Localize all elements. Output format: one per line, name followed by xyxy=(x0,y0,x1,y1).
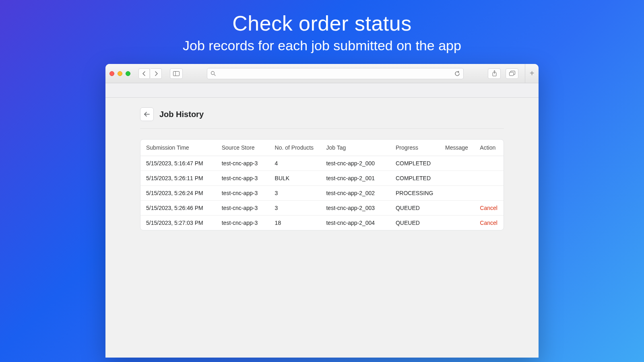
cell-submission-time: 5/15/2023, 5:26:46 PM xyxy=(140,201,216,216)
reload-icon[interactable] xyxy=(454,71,460,76)
cell-source-store: test-cnc-app-3 xyxy=(216,216,269,230)
cell-job-tag: test-cnc-app-2_003 xyxy=(320,201,390,216)
header-progress: Progress xyxy=(390,140,440,156)
share-icon xyxy=(492,70,497,76)
cell-submission-time: 5/15/2023, 5:16:47 PM xyxy=(140,156,216,171)
page-content: Job History Submission Time Source Store… xyxy=(105,98,539,358)
page-back-button[interactable] xyxy=(140,107,154,121)
cell-job-tag: test-cnc-app-2_000 xyxy=(320,156,390,171)
header-job-tag: Job Tag xyxy=(320,140,390,156)
table-row: 5/15/2023, 5:26:11 PMtest-cnc-app-3BULKt… xyxy=(140,171,504,186)
page-header: Job History xyxy=(140,107,504,129)
nav-forward-button[interactable] xyxy=(151,68,162,79)
cell-action xyxy=(474,156,504,171)
cell-source-store: test-cnc-app-3 xyxy=(216,186,269,201)
header-action: Action xyxy=(474,140,504,156)
cell-submission-time: 5/15/2023, 5:26:11 PM xyxy=(140,171,216,186)
cell-no-of-products: 18 xyxy=(269,216,321,230)
cell-message xyxy=(440,186,474,201)
cell-submission-time: 5/15/2023, 5:27:03 PM xyxy=(140,216,216,230)
header-source-store: Source Store xyxy=(216,140,269,156)
close-window-button[interactable] xyxy=(109,71,114,76)
cell-message xyxy=(440,171,474,186)
nav-back-button[interactable] xyxy=(138,68,150,79)
header-no-of-products: No. of Products xyxy=(269,140,321,156)
cell-progress: QUEUED xyxy=(390,201,440,216)
cell-progress: QUEUED xyxy=(390,216,440,230)
cell-no-of-products: 3 xyxy=(269,186,321,201)
arrow-left-icon xyxy=(144,111,150,117)
svg-rect-6 xyxy=(509,72,514,76)
browser-toolbar: + xyxy=(105,64,539,83)
cell-action: Cancel xyxy=(474,216,504,230)
tabs-button[interactable] xyxy=(506,68,518,79)
cell-message xyxy=(440,201,474,216)
chevron-right-icon xyxy=(154,71,158,76)
cell-job-tag: test-cnc-app-2_001 xyxy=(320,171,390,186)
job-history-table-card: Submission Time Source Store No. of Prod… xyxy=(140,139,504,230)
maximize-window-button[interactable] xyxy=(126,71,130,76)
table-header-row: Submission Time Source Store No. of Prod… xyxy=(140,140,504,156)
table-row: 5/15/2023, 5:26:24 PMtest-cnc-app-33test… xyxy=(140,186,504,201)
table-row: 5/15/2023, 5:27:03 PMtest-cnc-app-318tes… xyxy=(140,216,504,230)
hero-subtitle: Job records for each job submitted on th… xyxy=(183,38,461,53)
cell-job-tag: test-cnc-app-2_002 xyxy=(320,186,390,201)
cell-progress: PROCESSING xyxy=(390,186,440,201)
browser-window: + Job History Submission Time Source Sto… xyxy=(105,64,539,358)
share-button[interactable] xyxy=(488,68,501,79)
plus-icon: + xyxy=(530,69,535,78)
cell-submission-time: 5/15/2023, 5:26:24 PM xyxy=(140,186,216,201)
cell-message xyxy=(440,156,474,171)
cell-job-tag: test-cnc-app-2_004 xyxy=(320,216,390,230)
hero-title: Check order status xyxy=(183,11,461,35)
cell-progress: COMPLETED xyxy=(390,156,440,171)
search-icon xyxy=(211,71,216,76)
url-bar[interactable] xyxy=(207,68,464,79)
cell-action xyxy=(474,186,504,201)
cell-no-of-products: 3 xyxy=(269,201,321,216)
nav-buttons xyxy=(138,68,162,79)
cancel-link[interactable]: Cancel xyxy=(480,205,497,211)
hero-section: Check order status Job records for each … xyxy=(183,0,461,53)
cell-source-store: test-cnc-app-3 xyxy=(216,171,269,186)
toolbar-right: + xyxy=(488,64,535,83)
cancel-link[interactable]: Cancel xyxy=(480,220,497,226)
svg-rect-0 xyxy=(173,71,180,76)
chevron-left-icon xyxy=(142,71,146,76)
traffic-lights xyxy=(109,71,130,76)
header-submission-time: Submission Time xyxy=(140,140,216,156)
cell-source-store: test-cnc-app-3 xyxy=(216,156,269,171)
svg-line-3 xyxy=(214,74,216,76)
cell-no-of-products: BULK xyxy=(269,171,321,186)
table-row: 5/15/2023, 5:16:47 PMtest-cnc-app-34test… xyxy=(140,156,504,171)
tab-strip xyxy=(105,83,539,98)
cell-progress: COMPLETED xyxy=(390,171,440,186)
cell-no-of-products: 4 xyxy=(269,156,321,171)
cell-message xyxy=(440,216,474,230)
job-history-table: Submission Time Source Store No. of Prod… xyxy=(140,140,504,230)
sidebar-toggle-button[interactable] xyxy=(170,68,183,79)
url-input[interactable] xyxy=(219,70,451,76)
tabs-icon xyxy=(509,71,515,76)
minimize-window-button[interactable] xyxy=(118,71,122,76)
header-message: Message xyxy=(440,140,474,156)
table-row: 5/15/2023, 5:26:46 PMtest-cnc-app-33test… xyxy=(140,201,504,216)
page-title: Job History xyxy=(159,110,204,119)
cell-action: Cancel xyxy=(474,201,504,216)
cell-action xyxy=(474,171,504,186)
new-tab-button[interactable]: + xyxy=(525,64,539,83)
sidebar-icon xyxy=(173,71,180,76)
cell-source-store: test-cnc-app-3 xyxy=(216,201,269,216)
